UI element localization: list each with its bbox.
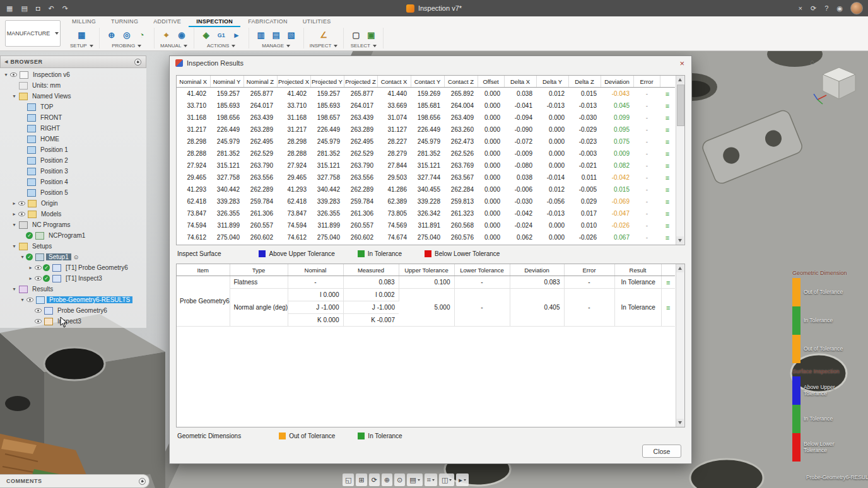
column-header[interactable]: Delta X [504,76,536,88]
visibility-eye-icon[interactable] [9,72,18,78]
column-header[interactable]: Projected Z [344,76,377,88]
visibility-eye-icon[interactable] [34,318,42,324]
tab-additive[interactable]: ADDITIVE [146,16,189,27]
column-header[interactable]: Error [564,264,614,276]
probe-wcs-icon[interactable]: ⊕ [105,29,118,42]
browser-item-view-home[interactable]: HOME [0,134,146,144]
expander-icon[interactable]: ▸ [11,211,18,217]
points-row[interactable]: 41.293340.442262.28941.293340.442262.289… [177,183,675,195]
dims-row-normal-angle-i[interactable]: Normal angle (deg) I 0.000 I 0.002 5.000… [177,289,675,301]
post-process-icon[interactable]: G1 [215,29,228,42]
browser-header[interactable]: ◀ BROWSER [0,55,146,68]
tab-inspection[interactable]: INSPECTION [189,16,240,27]
comments-bar[interactable]: COMMENTS [0,474,150,488]
browser-item-position-5[interactable]: Position 5 [0,187,146,198]
expander-icon[interactable]: ▾ [11,286,18,292]
display-settings-icon[interactable]: ▤ [407,473,422,486]
home-view-icon[interactable]: ⌂ [810,58,814,66]
scroll-up-icon[interactable] [676,264,684,272]
points-row[interactable]: 73.847326.355261.30673.847326.355261.306… [177,207,675,219]
pan-icon[interactable]: ⊞ [356,473,367,486]
browser-item-position-3[interactable]: Position 3 [0,166,146,177]
scroll-down-icon[interactable] [676,236,684,245]
ribbon-group-label[interactable]: INSPECT [310,43,338,49]
expander-icon[interactable]: ▾ [19,254,26,260]
browser-item-probe-geometry6-results[interactable]: ▾Probe-Geometry6-RESULTS [0,294,146,305]
app-menu-icon[interactable]: ▦ [6,0,13,16]
ribbon-group-label[interactable]: SETUP [70,43,93,49]
column-header[interactable]: Nominal Y [210,76,243,88]
expander-icon[interactable]: ▾ [11,222,18,228]
undo-icon[interactable]: ↶ [48,0,54,16]
browser-item-units[interactable]: Units: mm [0,80,146,91]
browser-item-position-2[interactable]: Position 2 [0,155,146,166]
expander-icon[interactable]: ▾ [11,93,18,99]
patterns-icon[interactable]: ▤ [270,29,283,42]
close-document-icon[interactable]: × [799,0,802,16]
column-header[interactable]: Error [633,76,660,88]
browser-item-setups[interactable]: ▾Setups [0,241,146,252]
column-header[interactable]: Contact X [377,76,411,88]
points-row[interactable]: 74.925243.141261.40074.925243.141261.400… [177,243,675,245]
tab-turning[interactable]: TURNING [103,16,146,27]
view-cube[interactable]: ⌂ [812,59,863,108]
job-status-icon[interactable]: ⟳ [811,0,816,16]
scroll-up-icon[interactable] [676,76,684,84]
select-box-icon[interactable]: ▢ [349,29,362,42]
browser-item-view-right[interactable]: RIGHT [0,123,146,134]
user-avatar[interactable] [850,2,863,15]
zoom-icon[interactable]: ⊕ [382,473,392,486]
points-row[interactable]: 29.465327.758263.55629.465327.758263.556… [177,171,675,183]
expander-icon[interactable]: ▾ [3,72,9,78]
column-header[interactable]: Projected X [277,76,310,88]
points-row[interactable]: 62.418339.283259.78462.418339.283259.784… [177,195,675,207]
browser-item-t1-probe-geometry6[interactable]: ▸✓[T1] Probe Geometry6 [0,262,146,273]
browser-item-position-1[interactable]: Position 1 [0,144,146,155]
visibility-eye-icon[interactable] [18,211,26,217]
close-button[interactable]: Close [642,444,681,458]
points-row[interactable]: 27.924315.121263.79027.924315.121263.790… [177,160,675,171]
visibility-eye-icon[interactable] [34,308,42,313]
probe-geometry-icon[interactable]: ◎ [120,29,133,42]
browser-item-position-4[interactable]: Position 4 [0,177,146,187]
column-header[interactable]: Nominal [288,264,343,276]
ribbon-group-label[interactable]: PROBING [112,43,141,49]
orbit-icon[interactable]: ⟳ [369,473,380,486]
points-row[interactable]: 33.710185.693264.01733.710185.693264.017… [177,100,675,112]
browser-item-t1-inspect3[interactable]: ▸✓[T1] Inspect3 [0,273,146,284]
browser-item-ncprogram1[interactable]: ✓NCProgram1 [0,230,146,241]
column-header[interactable]: Upper Tolerance [399,264,454,276]
expander-icon[interactable]: ▸ [27,276,34,281]
points-row[interactable]: 28.288281.352262.52928.288281.352262.529… [177,148,675,160]
column-header[interactable]: Lower Tolerance [454,264,510,276]
browser-item-view-front[interactable]: FRONT [0,112,146,123]
points-row[interactable]: 74.594311.899260.55774.594311.899260.557… [177,219,675,231]
notifications-icon[interactable]: ◉ [836,0,843,16]
column-header[interactable]: Type [230,264,288,276]
browser-item-results[interactable]: ▾Results [0,284,146,294]
tab-utilities[interactable]: UTILITIES [295,16,339,27]
expander-icon[interactable]: ▾ [19,297,26,303]
dialog-close-icon[interactable]: × [678,59,686,67]
browser-item-named-views[interactable]: ▾Named Views [0,91,146,102]
browser-item-models[interactable]: ▸Models [0,209,146,219]
visibility-eye-icon[interactable] [18,200,26,206]
column-header[interactable]: Delta Y [536,76,568,88]
guided-inspect-icon[interactable]: ◉ [175,29,188,42]
points-row[interactable]: 28.298245.979262.49528.298245.979262.495… [177,136,675,148]
help-icon[interactable]: ? [824,0,828,16]
browser-item-probe-geometry6[interactable]: Probe Geometry6 [0,305,146,316]
scrollbar-thumb[interactable] [677,84,684,126]
visibility-eye-icon[interactable] [34,276,42,281]
ribbon-group-label[interactable]: MANAGE [262,43,290,49]
ribbon-group-label[interactable]: ACTIONS [207,43,236,49]
select-solid-icon[interactable]: ▣ [365,29,377,42]
scroll-down-icon[interactable] [676,419,684,427]
viewports-icon[interactable]: ◫ [439,473,454,486]
navigation-bar-icon[interactable]: ▸ [456,473,469,486]
surface-inspect-icon[interactable]: ◔ [136,29,148,42]
column-header[interactable]: Contact Z [444,76,478,88]
workspace-selector[interactable]: MANUFACTURE [5,20,61,47]
points-row[interactable]: 41.402159.257265.87741.402159.257265.877… [177,88,675,100]
points-scrollbar[interactable] [676,76,684,245]
